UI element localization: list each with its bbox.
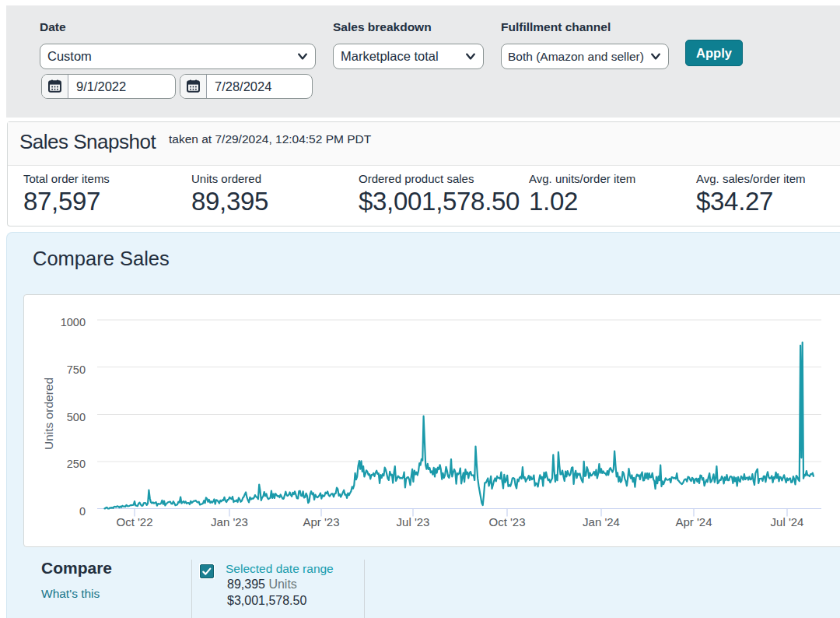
svg-text:500: 500: [67, 411, 86, 423]
svg-text:Jan '24: Jan '24: [583, 515, 620, 528]
svg-text:1000: 1000: [61, 316, 86, 328]
svg-text:Jul '23: Jul '23: [397, 515, 430, 528]
svg-text:Oct '23: Oct '23: [488, 515, 525, 528]
svg-text:Oct '22: Oct '22: [116, 515, 152, 528]
svg-text:250: 250: [67, 458, 86, 470]
svg-text:750: 750: [67, 363, 86, 376]
svg-text:0: 0: [79, 505, 86, 518]
svg-text:Apr '23: Apr '23: [303, 515, 339, 528]
svg-text:Jul '24: Jul '24: [771, 515, 804, 528]
svg-text:Jan '23: Jan '23: [211, 515, 248, 528]
svg-text:Apr '24: Apr '24: [675, 515, 712, 528]
svg-text:Units ordered: Units ordered: [42, 377, 55, 450]
